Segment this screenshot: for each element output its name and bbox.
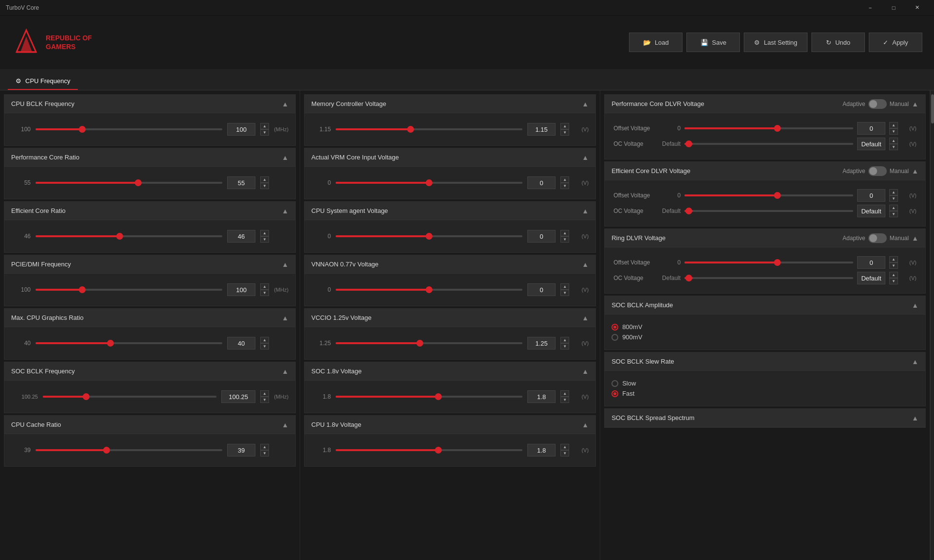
collapse-max-graphics[interactable]: ▲ — [282, 314, 288, 322]
slider-actual-vrm[interactable] — [336, 182, 522, 184]
dec-cpu-18v[interactable]: ▼ — [560, 450, 569, 456]
dec-offset-ring[interactable]: ▼ — [889, 262, 898, 269]
inc-perf-ratio[interactable]: ▲ — [260, 176, 269, 183]
collapse-cpu-bclk[interactable]: ▲ — [282, 100, 288, 108]
inc-oc-perf[interactable]: ▲ — [889, 138, 898, 144]
slider-eff-ratio[interactable] — [36, 235, 222, 237]
radio-800mv[interactable]: 800mV — [611, 323, 918, 331]
slider-thumb[interactable] — [685, 208, 692, 214]
dec-oc-eff[interactable]: ▼ — [889, 211, 898, 217]
slider-soc-bclk[interactable] — [43, 396, 216, 398]
slider-thumb[interactable] — [416, 340, 423, 347]
inc-offset-perf[interactable]: ▲ — [889, 122, 898, 128]
slider-thumb[interactable] — [107, 340, 114, 347]
collapse-pcie[interactable]: ▲ — [282, 261, 288, 268]
collapse-cpu-18v[interactable]: ▲ — [582, 421, 589, 429]
toggle-ring-dlvr[interactable] — [868, 233, 887, 243]
slider-pcie[interactable] — [36, 289, 222, 291]
slider-thumb[interactable] — [116, 233, 123, 240]
slider-thumb[interactable] — [135, 179, 142, 186]
inc-vccio[interactable]: ▲ — [560, 337, 569, 343]
dec-vnnaon[interactable]: ▼ — [560, 290, 569, 296]
slider-cpu-sysagent[interactable] — [336, 235, 522, 237]
slider-thumb[interactable] — [435, 393, 442, 400]
dec-soc-bclk[interactable]: ▼ — [260, 397, 269, 403]
radio-slow[interactable]: Slow — [611, 380, 918, 387]
dec-max-graphics[interactable]: ▼ — [260, 343, 269, 350]
dec-oc-perf[interactable]: ▼ — [889, 144, 898, 150]
dec-mem-ctrl[interactable]: ▼ — [560, 129, 569, 136]
dec-oc-ring[interactable]: ▼ — [889, 278, 898, 284]
tab-cpu-frequency[interactable]: ⚙ CPU Frequency — [8, 72, 78, 90]
slider-offset-ring[interactable] — [684, 262, 853, 263]
dec-cpu-bclk[interactable]: ▼ — [260, 129, 269, 136]
dec-cpu-cache[interactable]: ▼ — [260, 450, 269, 456]
inc-soc-bclk[interactable]: ▲ — [260, 390, 269, 397]
save-button[interactable]: 💾 Save — [686, 33, 740, 52]
collapse-perf-dlvr[interactable]: ▲ — [912, 100, 918, 108]
inc-mem-ctrl[interactable]: ▲ — [560, 123, 569, 129]
collapse-cpu-sysagent[interactable]: ▲ — [582, 207, 589, 215]
slider-max-graphics[interactable] — [36, 342, 222, 344]
collapse-ring-dlvr[interactable]: ▲ — [912, 234, 918, 242]
slider-thumb[interactable] — [426, 286, 432, 293]
dec-cpu-sysagent[interactable]: ▼ — [560, 236, 569, 243]
slider-thumb[interactable] — [774, 259, 781, 266]
slider-thumb[interactable] — [103, 447, 110, 454]
slider-soc-18v[interactable] — [336, 396, 522, 398]
slider-thumb[interactable] — [426, 179, 432, 186]
inc-offset-eff[interactable]: ▲ — [889, 189, 898, 195]
dec-offset-perf[interactable]: ▼ — [889, 128, 898, 135]
collapse-soc-bclk-amp[interactable]: ▲ — [912, 301, 918, 309]
collapse-soc-bclk-slew[interactable]: ▲ — [912, 358, 918, 366]
collapse-actual-vrm[interactable]: ▲ — [582, 154, 589, 161]
dec-perf-ratio[interactable]: ▼ — [260, 183, 269, 189]
inc-offset-ring[interactable]: ▲ — [889, 256, 898, 262]
slider-oc-perf[interactable] — [684, 143, 853, 145]
slider-cpu-cache[interactable] — [36, 449, 222, 451]
slider-vccio[interactable] — [336, 342, 522, 344]
slider-thumb[interactable] — [79, 286, 86, 293]
slider-perf-ratio[interactable] — [36, 182, 222, 184]
toggle-perf-dlvr[interactable] — [868, 99, 887, 109]
slider-thumb[interactable] — [685, 140, 692, 147]
slider-offset-perf[interactable] — [684, 127, 853, 129]
collapse-mem-ctrl[interactable]: ▲ — [582, 100, 589, 108]
minimize-button[interactable]: − — [859, 0, 881, 16]
slider-oc-ring[interactable] — [684, 277, 853, 279]
dec-vccio[interactable]: ▼ — [560, 343, 569, 350]
inc-oc-ring[interactable]: ▲ — [889, 272, 898, 278]
dec-offset-eff[interactable]: ▼ — [889, 195, 898, 202]
inc-cpu-sysagent[interactable]: ▲ — [560, 230, 569, 236]
slider-thumb[interactable] — [426, 233, 432, 240]
inc-cpu-18v[interactable]: ▲ — [560, 444, 569, 450]
inc-cpu-cache[interactable]: ▲ — [260, 444, 269, 450]
collapse-eff-dlvr[interactable]: ▲ — [912, 167, 918, 175]
slider-thumb[interactable] — [685, 275, 692, 281]
slider-thumb[interactable] — [407, 126, 414, 133]
load-button[interactable]: 📂 Load — [629, 33, 683, 52]
inc-cpu-bclk[interactable]: ▲ — [260, 123, 269, 129]
inc-max-graphics[interactable]: ▲ — [260, 337, 269, 343]
scrollbar-thumb[interactable] — [931, 94, 934, 123]
dec-pcie[interactable]: ▼ — [260, 290, 269, 296]
inc-actual-vrm[interactable]: ▲ — [560, 176, 569, 183]
collapse-soc-bclk[interactable]: ▲ — [282, 368, 288, 375]
collapse-soc-bclk-spread[interactable]: ▲ — [912, 414, 918, 422]
slider-thumb[interactable] — [83, 393, 90, 400]
apply-button[interactable]: ✓ Apply — [869, 33, 922, 52]
maximize-button[interactable]: □ — [882, 0, 905, 16]
slider-thumb[interactable] — [774, 125, 781, 132]
inc-pcie[interactable]: ▲ — [260, 283, 269, 290]
collapse-cpu-cache[interactable]: ▲ — [282, 421, 288, 429]
slider-oc-eff[interactable] — [684, 210, 853, 212]
slider-cpu-bclk[interactable] — [36, 128, 222, 130]
collapse-vccio[interactable]: ▲ — [582, 314, 589, 322]
dec-actual-vrm[interactable]: ▼ — [560, 183, 569, 189]
inc-soc-18v[interactable]: ▲ — [560, 390, 569, 397]
collapse-perf-ratio[interactable]: ▲ — [282, 154, 288, 161]
slider-cpu-18v[interactable] — [336, 449, 522, 451]
collapse-eff-ratio[interactable]: ▲ — [282, 207, 288, 215]
collapse-vnnaon[interactable]: ▲ — [582, 261, 589, 268]
slider-vnnaon[interactable] — [336, 289, 522, 291]
